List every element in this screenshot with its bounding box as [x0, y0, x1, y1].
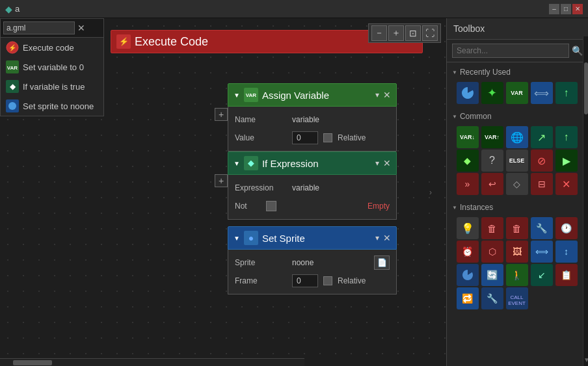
toolbox-icon-if[interactable]: ◆ [457, 150, 479, 172]
setsprite-close-button[interactable]: ✕ [383, 233, 391, 243]
toolbox-recently-used-header[interactable]: ▼ Recently Used [447, 65, 588, 79]
assign-menu-button[interactable]: ▾ [375, 90, 379, 99]
toolbox-search-bar: 🔍 [447, 40, 588, 62]
toolbox-common-header[interactable]: ▼ Common [447, 109, 588, 124]
if-expr-value: variable [292, 183, 319, 192]
dropdown-item-execute[interactable]: ⚡ Execute code [1, 38, 103, 57]
toolbox-icon-var-down[interactable]: VAR [506, 82, 528, 104]
common-label: Common [460, 112, 492, 121]
toolbox-icon-swap[interactable]: ⟺ [531, 241, 553, 263]
toolbox-icon-up-arrow[interactable]: ↑ [555, 82, 578, 104]
toolbox-icon-star[interactable]: ✦ [481, 82, 503, 104]
setsprite-relative-checkbox[interactable] [323, 276, 332, 285]
setsprite-dropdown-label: Set sprite to noone [23, 101, 94, 111]
dropdown-item-set-var[interactable]: VAR Set variable to 0 [1, 57, 103, 77]
toolbox-icon-bulb[interactable]: 💡 [457, 217, 479, 239]
toolbox-icon-else[interactable]: ELSE [506, 150, 528, 172]
toolbox-icon-pacman[interactable] [457, 82, 479, 104]
toolbox-icon-x[interactable]: ✕ [555, 173, 578, 195]
toolbox-icon-alarm[interactable]: ⏰ [457, 241, 479, 263]
if-close-button[interactable]: ✕ [383, 158, 391, 168]
toolbox-icon-clock[interactable]: 🕐 [555, 217, 578, 239]
dropdown-item-set-sprite[interactable]: Set sprite to noone [1, 96, 103, 116]
setvar-dropdown-label: Set variable to 0 [23, 62, 84, 72]
toolbox-icon-wrench2[interactable]: 🔧 [481, 287, 503, 309]
toolbox-scroll-down-arrow[interactable]: ▼ [583, 356, 588, 363]
toolbox-icon-fast[interactable]: » [457, 173, 479, 195]
panel-collapse-handle[interactable]: › [429, 188, 432, 197]
plus-if-button[interactable]: + [215, 174, 228, 187]
toolbox-content[interactable]: ▼ Recently Used ✦ VAR ⟺ ↑ [447, 62, 588, 366]
toolbox-icon-repeat[interactable]: 🔁 [457, 287, 479, 309]
toolbox-icon-arrows[interactable]: ⟺ [531, 82, 553, 104]
toolbox-icon-clipboard[interactable]: 📋 [555, 264, 578, 286]
toolbox-icon-wrench1[interactable]: 🔧 [531, 217, 553, 239]
toolbox-icon-rotate[interactable]: 🔄 [481, 264, 503, 286]
toolbox-icon-minus-square[interactable]: ⊟ [531, 173, 553, 195]
assign-value-input[interactable] [292, 131, 318, 144]
fullscreen-button[interactable]: ⛶ [422, 25, 438, 41]
toolbox-icon-trash1[interactable]: 🗑 [481, 217, 503, 239]
toolbox-icon-goto[interactable]: ↗ [531, 126, 553, 148]
minimize-button[interactable]: – [549, 4, 559, 14]
maximize-button[interactable]: □ [561, 4, 571, 14]
dropdown-menu: ✕ ⚡ Execute code VAR Set variable to 0 ◆… [0, 18, 104, 116]
toolbox-icon-pacman2[interactable] [457, 264, 479, 286]
toolbox-icon-var-get[interactable]: VAR↑ [481, 126, 503, 148]
instances-grid: 💡 🗑 🗑 🔧 🕐 ⏰ ⬡ 🖼 ⟺ ↕ 🔄 🚶 [447, 215, 588, 312]
if-not-checkbox[interactable] [266, 201, 276, 211]
toolbox-icon-question[interactable]: ? [481, 150, 503, 172]
execute-dropdown-icon: ⚡ [6, 41, 19, 54]
toolbox-icon-call-event[interactable]: CALLEVENT [506, 287, 528, 309]
canvas-horizontal-scrollbar[interactable] [0, 358, 304, 366]
close-button[interactable]: ✕ [572, 4, 583, 14]
dropdown-clear-button[interactable]: ✕ [77, 23, 85, 33]
setsprite-frame-input[interactable] [292, 274, 318, 287]
toolbox-search-input[interactable] [452, 44, 569, 58]
toolbox-icon-updown[interactable]: ↕ [555, 241, 578, 263]
assign-body: Name variable Value Relative [228, 107, 397, 151]
toolbox-icon-hex[interactable]: ⬡ [481, 241, 503, 263]
toolbox-scrollbar[interactable]: ▼ [583, 36, 588, 366]
if-collapse-arrow[interactable]: ▼ [234, 160, 240, 167]
toolbox-instances-header[interactable]: ▼ Instances [447, 200, 588, 215]
ifvar-dropdown-label: If variable is true [23, 82, 85, 92]
setsprite-file-button[interactable]: 📄 [374, 255, 390, 270]
toolbox-icon-trash2[interactable]: 🗑 [506, 217, 528, 239]
toolbox-icon-image[interactable]: 🖼 [506, 241, 528, 263]
toolbox-icon-walk[interactable]: 🚶 [506, 264, 528, 286]
zoom-in-button[interactable]: ＋ [388, 25, 404, 41]
toolbox-icon-globe[interactable]: 🌐 [506, 126, 528, 148]
assign-name-value: variable [292, 115, 319, 124]
setsprite-sprite-row: Sprite noone 📄 [235, 254, 390, 272]
toolbox-icon-diamond[interactable]: ◇ [506, 173, 528, 195]
toolbox-icon-stop[interactable]: ⊘ [531, 150, 553, 172]
dropdown-item-if-var[interactable]: ◆ If variable is true [1, 77, 103, 96]
toolbox-icon-return[interactable]: ↩ [481, 173, 503, 195]
assign-collapse-arrow[interactable]: ▼ [234, 92, 240, 99]
toolbox-instances-section: ▼ Instances 💡 🗑 🗑 🔧 🕐 ⏰ ⬡ 🖼 ⟺ ↕ [447, 200, 588, 312]
toolbox-header: Toolbox [447, 18, 588, 40]
setvar-dropdown-icon: VAR [6, 60, 19, 73]
if-menu-button[interactable]: ▾ [375, 159, 379, 168]
setsprite-collapse-arrow[interactable]: ▼ [234, 235, 240, 242]
toolbox-scrollbar-thumb[interactable] [584, 62, 588, 114]
if-expression-block: ▼ ◆ If Expression ▾ ✕ Expression variabl… [228, 151, 397, 220]
fit-button[interactable]: ⊡ [405, 25, 421, 41]
assign-relative-checkbox[interactable] [323, 133, 332, 142]
assign-close-button[interactable]: ✕ [383, 90, 391, 100]
setsprite-menu-button[interactable]: ▾ [375, 233, 379, 242]
dropdown-search-input[interactable] [3, 21, 75, 34]
toolbox-icon-diagonal[interactable]: ↙ [531, 264, 553, 286]
svg-point-7 [8, 102, 16, 110]
titlebar-controls: – □ ✕ [549, 4, 583, 14]
assign-relative-label: Relative [338, 133, 366, 142]
plus-assign-button[interactable]: + [215, 108, 228, 121]
toolbox-icon-move[interactable]: ↑ [555, 126, 578, 148]
zoom-out-button[interactable]: － [371, 25, 387, 41]
canvas-scrollbar-thumb[interactable] [13, 360, 52, 365]
svg-text:VAR: VAR [7, 65, 18, 71]
toolbox-icon-play[interactable]: ▶ [555, 150, 578, 172]
main-layout: － ＋ ⊡ ⛶ ⚡ Execute Code + ▼ VAR Assign Va… [0, 18, 588, 366]
toolbox-icon-var-set[interactable]: VAR↓ [457, 126, 479, 148]
